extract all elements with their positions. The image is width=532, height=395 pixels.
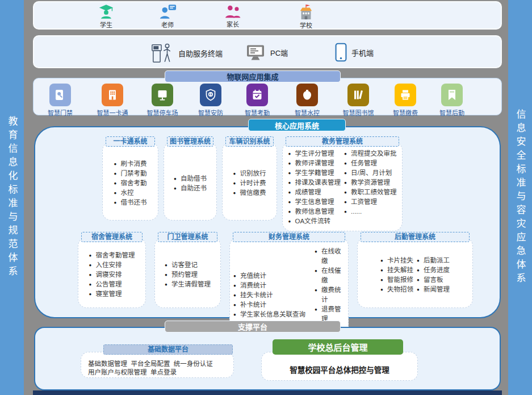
user-school: 学校: [288, 4, 324, 30]
iot-app-logistics: 智慧后勤: [432, 84, 472, 117]
user-student: 学生: [88, 4, 124, 29]
iot-app-payment: 智慧缴费: [385, 84, 426, 117]
feature-item: 门禁考勤: [114, 169, 147, 178]
base-platform-line: 基础数据管理 平台全局配置 统一身份认证: [88, 360, 227, 368]
feature-item: 智能报修: [380, 275, 413, 285]
terminal-kiosk: 自助服务终端: [150, 42, 223, 64]
feature-item: 教学资源管理: [344, 178, 397, 188]
base-data-platform-box: 基础数据管理 平台全局配置 统一身份认证 用户账户与权限管理 单点登录: [81, 352, 234, 378]
feature-item: 宿舍考勤管理: [89, 251, 135, 260]
system-title: 一卡通系统: [106, 136, 155, 147]
system-title: 财务管理系统: [233, 232, 345, 242]
iot-app-label: 智慧图书馆: [343, 108, 374, 117]
feature-item: 工资管理: [344, 197, 397, 207]
system-academic: 教务管理系统学生评分管理教师评课管理学生学籍管理排课及课表管理成绩管理学生信息管…: [282, 136, 403, 231]
left-pillar: 教育信息化标准与规范体系: [0, 0, 24, 395]
pc-icon: [245, 44, 266, 61]
payment-icon: [395, 84, 416, 106]
system-feature-list: 刷卡消费门禁考勤宿舍考勤水控借书还书: [102, 142, 158, 221]
parking-icon: [152, 84, 173, 106]
feature-item: 访客登记: [165, 260, 211, 270]
user-label: 学校: [300, 20, 312, 30]
system-feature-list: 学生评分管理教师评课管理学生学籍管理排课及课表管理成绩管理学生信息管理教师信息管…: [282, 142, 403, 231]
iot-app-label: 智慧水控: [295, 108, 320, 117]
school-icon: [297, 4, 315, 20]
system-title: 门卫管理系统: [158, 232, 217, 242]
iot-app-label: 智慧考勤: [245, 108, 270, 117]
feature-item: 微信缴费: [233, 188, 266, 198]
user-parents: 家长: [215, 4, 251, 28]
security-icon: [200, 84, 221, 106]
feature-item: 充值统计: [233, 271, 311, 281]
feature-item: 学生信息管理: [288, 197, 341, 207]
feature-item: 学生学籍管理: [288, 168, 341, 178]
feature-item: ......: [344, 207, 397, 217]
feature-item: 自助还书: [174, 184, 207, 193]
feature-item: 排课及课表管理: [288, 178, 341, 188]
iot-app-security: 智慧安防: [190, 84, 231, 117]
user-label: 学生: [100, 20, 112, 29]
feature-item: 调寝安排: [89, 270, 135, 280]
feature-item: OA文件流转: [288, 217, 341, 226]
feature-item: 教师评课管理: [288, 159, 341, 168]
feature-item: 预约管理: [165, 270, 211, 280]
feature-item: 任务管理: [344, 159, 397, 168]
feature-item: 卡片挂失: [380, 256, 413, 265]
feature-item: 消费统计: [233, 281, 311, 290]
system-logistics: 后勤管理系统卡片挂失挂失解挂智能报修失物招领后勤派工任务进度留言板新闻管理: [357, 232, 473, 308]
feature-item: 挂失卡统计: [233, 290, 311, 300]
smart-campus-architecture-diagram: 教育信息化标准与规范体系 信息安全标准与容灾应急体系 学生: [0, 0, 532, 395]
feature-item: 新闻管理: [417, 285, 450, 294]
feature-item: 寝室管理: [89, 289, 135, 299]
iot-app-access: 智慧门禁: [40, 84, 81, 117]
feature-item: 失物招领: [380, 285, 413, 294]
system-title: 教务管理系统: [286, 136, 399, 147]
terminal-label: 手机端: [351, 47, 374, 58]
support-platform-panel: 基础数据平台 基础数据管理 平台全局配置 统一身份认证 用户账户与权限管理 单点…: [34, 327, 501, 390]
iot-app-label: 智慧缴费: [393, 108, 418, 117]
system-title: 宿舍管理系统: [81, 232, 143, 242]
terminal-pc: PC端: [245, 44, 288, 61]
right-pillar: 信息安全标准与容灾应急体系: [508, 0, 532, 395]
feature-item: 学生请假管理: [165, 280, 211, 289]
phone-icon: [335, 43, 347, 62]
feature-item: 识别放行: [233, 169, 266, 178]
feature-item: 教师信息管理: [288, 207, 341, 217]
feature-item: 教职工绩效管理: [344, 188, 397, 197]
access-icon: [49, 84, 71, 106]
feature-item: 公告管理: [89, 280, 135, 289]
library-icon: [347, 84, 369, 106]
users-panel: 学生 老师 家长: [33, 1, 502, 30]
feature-item: 任务进度: [417, 265, 450, 275]
teacher-icon: [158, 4, 177, 19]
system-onecard: 一卡通系统刷卡消费门禁考勤宿舍考勤水控借书还书: [102, 136, 158, 221]
system-vehicle: 车辆识别系统识别放行计时计费微信缴费: [222, 136, 277, 221]
attendance-icon: [246, 84, 268, 106]
terminal-label: 自助服务终端: [178, 48, 223, 59]
system-title: 车辆识别系统: [225, 136, 274, 147]
terminal-label: PC端: [270, 47, 288, 58]
onecard-icon: [102, 84, 123, 106]
system-feature-list: 自助借书自助还书: [164, 142, 217, 221]
student-icon: [98, 4, 115, 19]
base-data-platform-title: 基础数据平台: [103, 344, 233, 355]
iot-app-label: 智慧后勤: [439, 108, 464, 117]
feature-item: 入住安排: [89, 260, 135, 270]
feature-item: 补卡统计: [233, 300, 311, 310]
school-admin-banner: 学校总后台管理: [273, 339, 403, 355]
iot-app-parking: 智慧停车场: [142, 84, 183, 117]
iot-panel: 智慧门禁 智慧一卡通: [33, 78, 502, 115]
left-pillar-label: 教育信息化标准与规范体系: [5, 116, 19, 280]
feature-item: 借书还书: [114, 198, 147, 207]
feature-item: 成绩管理: [288, 188, 341, 197]
user-label: 老师: [161, 20, 174, 29]
core-banner: 核心应用系统: [248, 119, 346, 131]
iot-banner: 物联网应用集成: [165, 70, 341, 82]
feature-item: 流程提交及审批: [344, 149, 397, 159]
system-feature-list: 卡片挂失挂失解挂智能报修失物招领后勤派工任务进度留言板新闻管理: [357, 237, 473, 308]
right-pillar-label: 信息安全标准与容灾应急体系: [513, 109, 527, 286]
water-icon: [296, 84, 318, 106]
feature-item: 在线催缴: [315, 266, 345, 285]
support-banner: 支撑平台: [165, 321, 341, 332]
feature-item: 自助借书: [174, 174, 207, 184]
